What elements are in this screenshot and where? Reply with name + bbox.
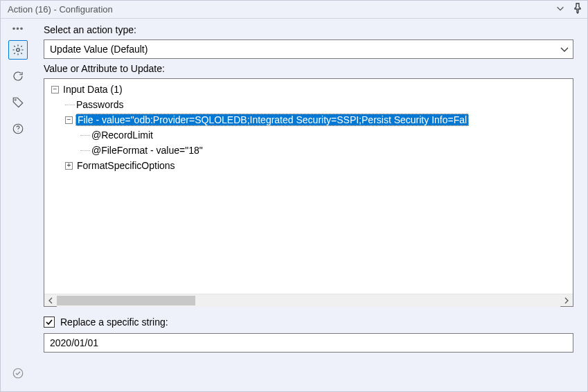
titlebar: Action (16) - Configuration (1, 1, 587, 19)
replace-label: Replace a specific string: (60, 317, 168, 328)
sidebar-refresh-button[interactable] (8, 66, 28, 86)
titlebar-controls (555, 3, 583, 16)
tree-node-label: Passwords (75, 98, 125, 111)
scroll-left-icon[interactable] (44, 294, 57, 307)
tree-node-file[interactable]: − File - value="odb:Provider=SQLOLEDB;In… (47, 112, 573, 127)
tree-node-label: Input Data (1) (62, 83, 124, 96)
expand-icon[interactable]: + (65, 162, 73, 170)
replace-checkbox[interactable] (44, 317, 55, 328)
tree-node-label: @FileFormat - value="18" (90, 144, 204, 157)
tree-node-label: File - value="odb:Provider=SQLOLEDB;Inte… (75, 114, 469, 126)
scroll-right-icon[interactable] (560, 294, 573, 307)
svg-point-0 (17, 48, 20, 52)
main-panel: Select an action type: Update Value (Def… (35, 19, 587, 391)
sidebar-config-button[interactable] (8, 40, 28, 60)
tree-node-root[interactable]: − Input Data (1) (47, 82, 573, 97)
window-title: Action (16) - Configuration (8, 4, 113, 15)
action-type-value: Update Value (Default) (50, 44, 148, 55)
tree-label: Value or Attribute to Update: (44, 63, 573, 74)
more-icon[interactable]: ••• (12, 24, 24, 33)
tree-node-label: FormatSpecificOptions (75, 159, 177, 172)
dropdown-icon[interactable] (555, 3, 565, 15)
replace-input[interactable]: 2020/01/01 (44, 333, 573, 353)
scrollbar-thumb[interactable] (57, 296, 195, 305)
svg-point-1 (15, 99, 16, 100)
check-icon (45, 318, 53, 326)
pin-icon[interactable] (572, 3, 583, 16)
svg-point-3 (17, 131, 18, 132)
action-type-label: Select an action type: (44, 24, 573, 35)
tree-body[interactable]: − Input Data (1) Passwords − File - valu… (44, 79, 573, 294)
tree-node-passwords[interactable]: Passwords (47, 97, 573, 112)
chevron-down-icon (559, 44, 570, 55)
collapse-icon[interactable]: − (65, 116, 73, 124)
content: ••• Select an action type: Update Value … (1, 19, 587, 391)
action-type-select[interactable]: Update Value (Default) (44, 39, 573, 59)
tree-panel: − Input Data (1) Passwords − File - valu… (44, 78, 573, 307)
horizontal-scrollbar[interactable] (44, 294, 573, 306)
replace-value: 2020/01/01 (50, 337, 98, 348)
replace-checkbox-row: Replace a specific string: (44, 317, 573, 328)
scrollbar-track[interactable] (57, 294, 560, 307)
sidebar-check-button[interactable] (8, 364, 28, 383)
collapse-icon[interactable]: − (51, 86, 59, 93)
sidebar-help-button[interactable] (8, 119, 28, 139)
tree-node-label: @RecordLimit (90, 129, 154, 141)
tree-node-recordlimit[interactable]: @RecordLimit (47, 127, 573, 143)
sidebar: ••• (1, 19, 35, 391)
tree-node-format[interactable]: + FormatSpecificOptions (47, 158, 573, 173)
sidebar-tag-button[interactable] (8, 93, 28, 112)
tree-node-fileformat[interactable]: @FileFormat - value="18" (47, 143, 573, 158)
